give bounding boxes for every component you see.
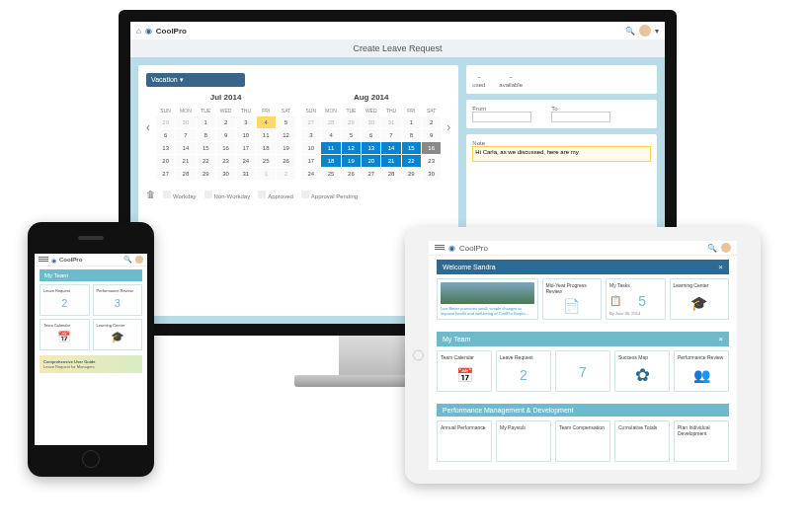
calendar-day[interactable]: 30 [216, 168, 235, 180]
calendar-day[interactable]: 19 [342, 155, 361, 167]
prev-month-button[interactable]: ‹ [146, 93, 150, 134]
calendar-day[interactable]: 28 [321, 116, 340, 128]
note-textarea[interactable] [472, 146, 651, 162]
phone-leave-tile[interactable]: Leave Request2 [40, 284, 90, 316]
menu-icon[interactable]: ▾ [655, 27, 659, 36]
phone-cal-tile[interactable]: Team Calendar📅 [40, 319, 90, 350]
search-icon[interactable]: 🔍 [707, 244, 717, 253]
calendar-day[interactable]: 28 [381, 168, 400, 180]
calendar-day[interactable]: 20 [362, 155, 380, 167]
totals-tile[interactable]: Cumulative Totals [614, 420, 670, 462]
calendar-day[interactable]: 13 [362, 142, 380, 154]
calendar-day[interactable]: 22 [197, 155, 215, 167]
perf-review-tile[interactable]: Performance Review👥 [674, 350, 729, 392]
calendar-day[interactable]: 3 [236, 116, 255, 128]
calendar-day[interactable]: 31 [381, 116, 400, 128]
close-icon[interactable]: × [718, 263, 723, 271]
calendar-day[interactable]: 29 [156, 116, 175, 128]
calendar-day[interactable]: 23 [216, 155, 235, 167]
phone-banner[interactable]: Comprehensive User Guide Leave Request f… [40, 355, 142, 373]
search-icon[interactable]: 🔍 [625, 27, 635, 36]
phone-perf-tile[interactable]: Performance Review3 [93, 284, 143, 316]
calendar-day[interactable]: 14 [176, 142, 195, 154]
calendar-day[interactable]: 29 [342, 116, 361, 128]
calendar-day[interactable]: 17 [301, 155, 320, 167]
calendar-day[interactable]: 1 [257, 168, 276, 180]
calendar-july[interactable]: Jul 2014 SUNMONTUEWEDTHUFRISAT2930123456… [156, 93, 295, 180]
calendar-day[interactable]: 27 [301, 116, 320, 128]
leave-type-dropdown[interactable]: Vacation ▾ [146, 73, 245, 87]
from-date-input[interactable] [472, 112, 531, 122]
calendar-day[interactable]: 17 [236, 142, 255, 154]
calendar-day[interactable]: 25 [257, 155, 276, 167]
team-calendar-tile[interactable]: Team Calendar📅 [437, 350, 492, 392]
calendar-day[interactable]: 30 [176, 116, 195, 128]
calendar-day[interactable]: 6 [156, 129, 175, 141]
close-icon[interactable]: × [718, 335, 723, 343]
calendar-day[interactable]: 27 [362, 168, 380, 180]
calendar-day[interactable]: 2 [216, 116, 235, 128]
calendar-day[interactable]: 22 [402, 155, 421, 167]
calendar-day[interactable]: 11 [257, 129, 276, 141]
calendar-day[interactable]: 7 [176, 129, 195, 141]
calendar-day[interactable]: 8 [402, 129, 421, 141]
calendar-day[interactable]: 16 [422, 142, 441, 154]
leave-request-tile[interactable]: Leave Request2 [496, 350, 551, 392]
avatar-icon[interactable] [639, 25, 651, 37]
avatar-icon[interactable] [721, 243, 731, 253]
calendar-day[interactable]: 20 [156, 155, 175, 167]
calendar-day[interactable]: 19 [277, 142, 295, 154]
annual-perf-tile[interactable]: Annual Performance [437, 420, 492, 462]
team-comp-tile[interactable]: Team Compensation [555, 420, 610, 462]
tasks-tile[interactable]: My Tasks 📋5 By June 30, 2014 [606, 278, 666, 320]
calendar-day[interactable]: 16 [216, 142, 235, 154]
learning-tile[interactable]: Learning Center 🎓 [670, 278, 730, 320]
calendar-day[interactable]: 14 [381, 142, 400, 154]
paystub-tile[interactable]: My Paystub [496, 420, 551, 462]
to-date-input[interactable] [551, 112, 610, 122]
search-icon[interactable]: 🔍 [123, 256, 132, 264]
hamburger-icon[interactable] [39, 256, 48, 264]
calendar-day[interactable]: 2 [277, 168, 295, 180]
calendar-day[interactable]: 31 [236, 168, 255, 180]
calendar-day[interactable]: 15 [402, 142, 421, 154]
calendar-day[interactable]: 18 [321, 155, 340, 167]
calendar-day[interactable]: 15 [197, 142, 215, 154]
calendar-day[interactable]: 21 [381, 155, 400, 167]
calendar-day[interactable]: 13 [156, 142, 175, 154]
calendar-august[interactable]: Aug 2014 SUNMONTUEWEDTHUFRISAT2728293031… [301, 93, 441, 180]
calendar-day[interactable]: 24 [301, 168, 320, 180]
calendar-day[interactable]: 26 [342, 168, 361, 180]
calendar-day[interactable]: 6 [362, 129, 380, 141]
reviews-tile[interactable]: 7 [555, 350, 610, 392]
calendar-day[interactable]: 12 [342, 142, 361, 154]
phone-learning-tile[interactable]: Learning Center🎓 [93, 319, 143, 350]
calendar-day[interactable]: 1 [402, 116, 421, 128]
calendar-day[interactable]: 26 [277, 155, 295, 167]
calendar-day[interactable]: 11 [321, 142, 340, 154]
calendar-day[interactable]: 24 [236, 155, 255, 167]
calendar-day[interactable]: 4 [321, 129, 340, 141]
calendar-day[interactable]: 9 [422, 129, 441, 141]
calendar-day[interactable]: 25 [321, 168, 340, 180]
calendar-day[interactable]: 10 [301, 142, 320, 154]
calendar-day[interactable]: 8 [197, 129, 215, 141]
calendar-day[interactable]: 5 [277, 116, 295, 128]
calendar-day[interactable]: 10 [236, 129, 255, 141]
plan-dev-tile[interactable]: Plan Individual Development [674, 420, 729, 462]
calendar-day[interactable]: 28 [176, 168, 195, 180]
calendar-day[interactable]: 23 [422, 155, 441, 167]
hamburger-icon[interactable] [435, 244, 445, 252]
calendar-day[interactable]: 4 [257, 116, 276, 128]
calendar-day[interactable]: 7 [381, 129, 400, 141]
calendar-day[interactable]: 21 [176, 155, 195, 167]
calendar-day[interactable]: 30 [422, 168, 441, 180]
next-month-button[interactable]: › [446, 93, 450, 134]
calendar-day[interactable]: 3 [301, 129, 320, 141]
progress-tile[interactable]: Mid-Year Progress Review 📄 [542, 278, 603, 320]
calendar-day[interactable]: 29 [197, 168, 215, 180]
calendar-day[interactable]: 1 [197, 116, 215, 128]
home-icon[interactable]: ⌂ [136, 27, 141, 36]
calendar-day[interactable]: 9 [216, 129, 235, 141]
calendar-day[interactable]: 2 [422, 116, 441, 128]
